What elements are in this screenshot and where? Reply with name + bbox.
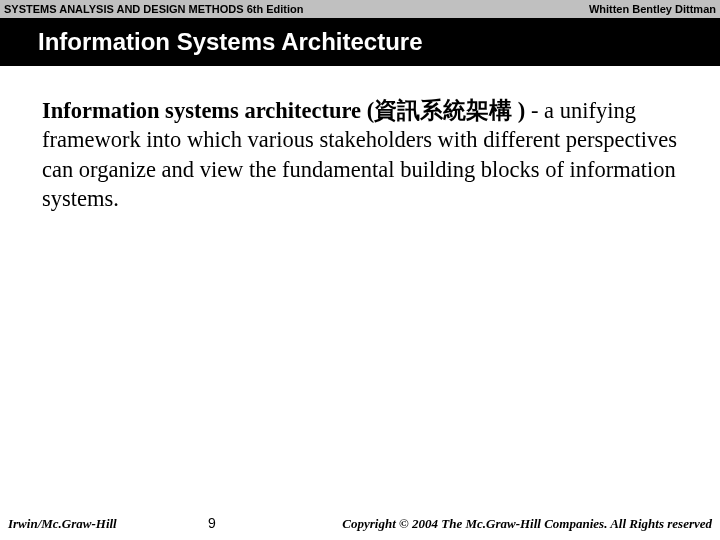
definition-term: Information systems architecture (資訊系統架構…	[42, 98, 531, 123]
slide-title: Information Systems Architecture	[38, 28, 423, 56]
header-left: SYSTEMS ANALYSIS AND DESIGN METHODS 6th …	[4, 3, 303, 15]
header-bar: SYSTEMS ANALYSIS AND DESIGN METHODS 6th …	[0, 0, 720, 18]
body-paragraph: Information systems architecture (資訊系統架構…	[42, 96, 678, 213]
title-bar: Information Systems Architecture	[0, 18, 720, 66]
content-area: Information systems architecture (資訊系統架構…	[0, 66, 720, 213]
header-right: Whitten Bentley Dittman	[589, 3, 716, 15]
footer-copyright: Copyright © 2004 The Mc.Graw-Hill Compan…	[288, 516, 712, 532]
footer-page-number: 9	[208, 515, 288, 531]
footer: Irwin/Mc.Graw-Hill 9 Copyright © 2004 Th…	[0, 515, 720, 532]
footer-publisher: Irwin/Mc.Graw-Hill	[8, 516, 208, 532]
